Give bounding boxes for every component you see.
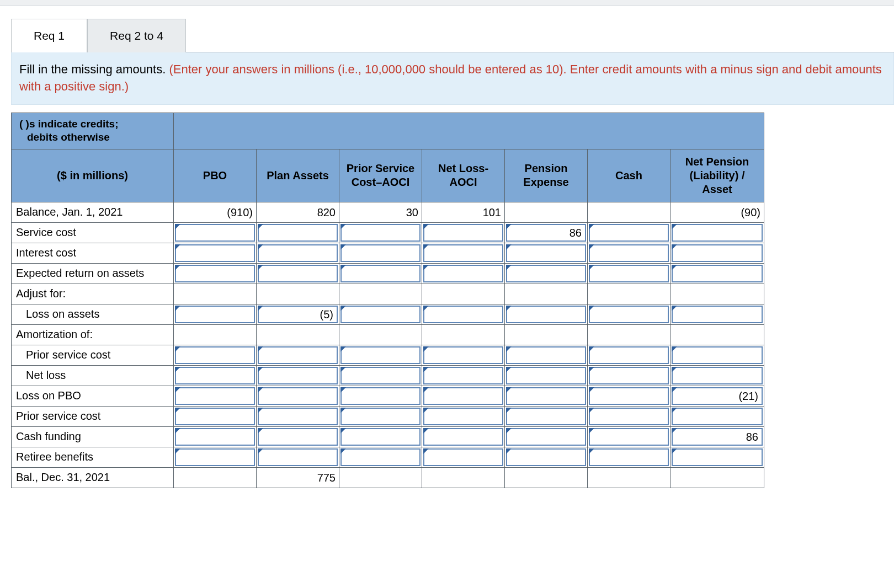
input-cell[interactable] <box>589 428 669 446</box>
input-cell[interactable] <box>175 428 255 446</box>
input-cell[interactable] <box>258 408 338 425</box>
input-cell[interactable] <box>175 408 255 425</box>
input-cell[interactable] <box>672 367 763 384</box>
input-cell[interactable] <box>340 265 421 282</box>
cell[interactable]: 86 <box>505 222 588 243</box>
input-cell[interactable] <box>672 224 763 242</box>
cell[interactable] <box>174 263 257 284</box>
input-cell[interactable] <box>423 428 503 446</box>
cell[interactable]: (21) <box>670 386 764 406</box>
input-cell[interactable] <box>672 448 763 466</box>
cell[interactable] <box>339 447 422 467</box>
cell[interactable]: 86 <box>670 426 764 447</box>
input-cell[interactable] <box>340 224 421 242</box>
input-cell[interactable] <box>423 408 503 425</box>
input-cell[interactable] <box>423 387 503 405</box>
cell[interactable] <box>588 304 670 324</box>
cell[interactable] <box>588 365 670 386</box>
cell[interactable] <box>588 222 670 243</box>
cell[interactable] <box>257 447 339 467</box>
input-cell[interactable] <box>175 387 255 405</box>
cell[interactable] <box>339 406 422 426</box>
cell[interactable] <box>588 406 670 426</box>
input-cell[interactable] <box>340 408 421 425</box>
input-cell[interactable] <box>175 306 255 323</box>
cell[interactable] <box>174 426 257 447</box>
cell[interactable] <box>339 426 422 447</box>
input-cell[interactable] <box>423 244 503 262</box>
input-cell[interactable] <box>506 387 586 405</box>
tab-req-2-to-4[interactable]: Req 2 to 4 <box>87 19 186 52</box>
cell[interactable] <box>670 243 764 263</box>
cell[interactable] <box>174 447 257 467</box>
cell[interactable] <box>422 243 505 263</box>
input-cell[interactable] <box>506 408 586 425</box>
cell[interactable] <box>422 365 505 386</box>
input-cell[interactable] <box>589 306 669 323</box>
input-cell[interactable] <box>423 367 503 384</box>
cell[interactable] <box>422 447 505 467</box>
cell[interactable] <box>505 447 588 467</box>
cell[interactable] <box>174 304 257 324</box>
cell[interactable] <box>670 222 764 243</box>
input-cell[interactable] <box>672 346 763 364</box>
input-cell[interactable] <box>589 265 669 282</box>
input-cell[interactable] <box>423 346 503 364</box>
cell[interactable] <box>670 263 764 284</box>
input-cell[interactable] <box>340 367 421 384</box>
cell[interactable]: (5) <box>257 304 339 324</box>
input-cell[interactable] <box>258 224 338 242</box>
cell[interactable] <box>257 406 339 426</box>
cell[interactable] <box>505 345 588 365</box>
cell[interactable] <box>174 345 257 365</box>
cell[interactable] <box>505 263 588 284</box>
input-cell[interactable] <box>340 387 421 405</box>
input-cell[interactable] <box>340 244 421 262</box>
input-cell[interactable] <box>340 306 421 323</box>
input-cell[interactable] <box>175 244 255 262</box>
input-cell[interactable] <box>340 428 421 446</box>
cell[interactable] <box>339 222 422 243</box>
input-cell[interactable] <box>175 265 255 282</box>
input-cell[interactable] <box>258 367 338 384</box>
cell[interactable] <box>257 263 339 284</box>
cell[interactable] <box>588 345 670 365</box>
cell[interactable] <box>670 406 764 426</box>
input-cell[interactable] <box>589 408 669 425</box>
cell[interactable] <box>422 406 505 426</box>
input-cell[interactable] <box>258 346 338 364</box>
cell[interactable] <box>257 426 339 447</box>
cell[interactable] <box>505 386 588 406</box>
input-cell[interactable] <box>672 306 763 323</box>
input-cell[interactable] <box>672 244 763 262</box>
cell[interactable] <box>505 365 588 386</box>
input-cell[interactable] <box>506 265 586 282</box>
input-cell[interactable] <box>175 367 255 384</box>
cell[interactable] <box>257 365 339 386</box>
input-cell[interactable] <box>423 306 503 323</box>
input-cell[interactable] <box>589 224 669 242</box>
input-cell[interactable] <box>175 224 255 242</box>
cell[interactable] <box>339 345 422 365</box>
input-cell[interactable] <box>258 448 338 466</box>
cell[interactable] <box>505 426 588 447</box>
input-cell[interactable] <box>589 387 669 405</box>
input-cell[interactable] <box>589 448 669 466</box>
input-cell[interactable] <box>506 428 586 446</box>
input-cell[interactable] <box>506 448 586 466</box>
input-cell[interactable] <box>175 448 255 466</box>
cell[interactable] <box>505 304 588 324</box>
cell[interactable] <box>422 222 505 243</box>
cell[interactable] <box>670 447 764 467</box>
cell[interactable] <box>257 386 339 406</box>
cell[interactable] <box>422 386 505 406</box>
input-cell[interactable] <box>423 265 503 282</box>
cell[interactable] <box>422 304 505 324</box>
cell[interactable] <box>422 263 505 284</box>
cell[interactable] <box>505 243 588 263</box>
input-cell[interactable] <box>340 448 421 466</box>
input-cell[interactable] <box>506 306 586 323</box>
input-cell[interactable] <box>672 408 763 425</box>
input-cell[interactable] <box>258 265 338 282</box>
input-cell[interactable] <box>506 367 586 384</box>
